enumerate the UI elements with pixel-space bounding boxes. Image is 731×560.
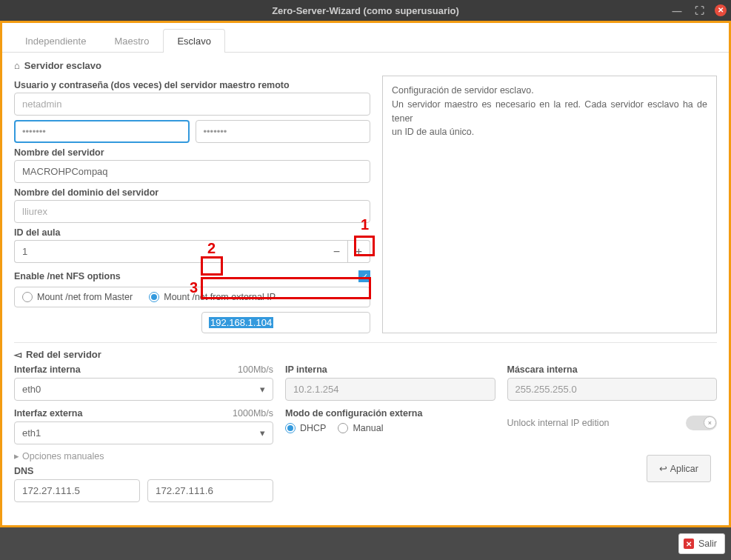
mascara-interna-field: 255.255.255.0	[507, 378, 718, 401]
radio-icon	[149, 292, 159, 302]
label-dns: DNS	[14, 466, 273, 476]
tab-independiente[interactable]: Independiente	[11, 29, 100, 53]
switch-knob-icon: ×	[704, 416, 716, 429]
radio-manual[interactable]: Manual	[338, 423, 383, 433]
radio-mount-external[interactable]: Mount /net from external IP	[149, 292, 276, 302]
password2-field[interactable]	[196, 120, 371, 143]
label-ip-interna: IP interna	[285, 364, 327, 375]
dns2-field[interactable]	[147, 479, 273, 502]
label-domain-name: Nombre del dominio del servidor	[14, 187, 370, 198]
external-ip-field[interactable]: 192.168.1.104	[201, 312, 370, 333]
domain-name-field[interactable]	[14, 200, 370, 223]
radio-icon	[22, 292, 33, 302]
unlock-ip-switch[interactable]: ×	[686, 416, 717, 430]
caret-right-icon: ▸	[14, 450, 19, 461]
select-interfaz-externa[interactable]: eth1 ▾	[14, 421, 273, 444]
exit-icon: ✕	[684, 539, 694, 549]
titlebar: Zero-Server-Wizard (como superusuario) —…	[0, 0, 731, 21]
aplicar-button[interactable]: ↩ Aplicar	[647, 455, 711, 482]
section-servidor-esclavo: ⌂ Servidor esclavo	[14, 60, 717, 71]
radio-icon	[285, 423, 296, 433]
chevron-down-icon: ▾	[260, 384, 265, 395]
main-window: Independiente Maestro Esclavo ⌂ Servidor…	[0, 21, 731, 527]
ip-interna-field: 10.2.1.254	[285, 378, 495, 401]
aula-id-increment[interactable]: +	[348, 240, 370, 263]
select-interfaz-interna[interactable]: eth0 ▾	[14, 378, 273, 401]
label-unlock-ip: Unlock internal IP edition	[507, 418, 610, 428]
radio-mount-master[interactable]: Mount /net from Master	[22, 292, 133, 302]
maximize-icon[interactable]: ⛶	[692, 4, 706, 17]
label-mascara-interna: Máscara interna	[507, 364, 578, 375]
radio-dhcp[interactable]: DHCP	[285, 423, 326, 433]
password1-field[interactable]	[14, 120, 190, 143]
info-panel: Configuración de servidor esclavo. Un se…	[382, 76, 717, 333]
chevron-down-icon: ▾	[260, 427, 265, 439]
radio-icon	[338, 423, 348, 433]
dns1-field[interactable]	[14, 479, 140, 502]
tab-maestro[interactable]: Maestro	[100, 29, 163, 53]
tab-esclavo[interactable]: Esclavo	[163, 29, 225, 53]
home-icon: ⌂	[14, 60, 20, 71]
label-server-name: Nombre del servidor	[14, 147, 370, 158]
nfs-enable-checkbox[interactable]: ✓	[358, 270, 370, 282]
apply-icon: ↩	[659, 463, 667, 474]
window-title: Zero-Server-Wizard (como superusuario)	[272, 5, 459, 16]
label-aula-id: ID del aula	[14, 227, 370, 238]
label-interfaz-externa: Interfaz externa	[14, 408, 82, 419]
network-icon: ◅	[14, 349, 21, 360]
label-user-password: Usuario y contraseña (dos veces) del ser…	[14, 80, 370, 90]
opciones-manuales-toggle[interactable]: ▸ Opciones manuales	[14, 450, 273, 461]
username-field[interactable]	[14, 93, 370, 116]
salir-button[interactable]: ✕ Salir	[678, 533, 725, 554]
tab-bar: Independiente Maestro Esclavo	[2, 23, 729, 53]
aula-id-decrement[interactable]: −	[326, 240, 348, 263]
server-name-field[interactable]	[14, 160, 370, 183]
speed-interna: 100Mb/s	[238, 364, 273, 375]
speed-externa: 1000Mb/s	[233, 408, 273, 419]
section-red-servidor: ◅ Red del servidor	[14, 349, 717, 360]
label-nfs-options: Enable /net NFS options	[14, 271, 121, 281]
label-interfaz-interna: Interfaz interna	[14, 364, 81, 375]
label-modo-config: Modo de configuración externa	[285, 408, 422, 419]
minimize-icon[interactable]: —	[670, 4, 684, 17]
close-icon[interactable]: ✕	[715, 4, 727, 16]
aula-id-field[interactable]	[14, 240, 326, 263]
